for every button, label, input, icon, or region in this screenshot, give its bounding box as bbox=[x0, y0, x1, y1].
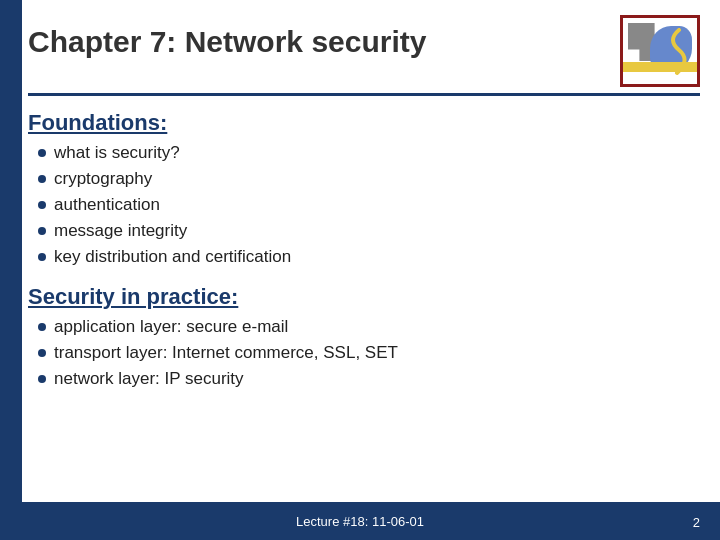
list-item: network layer: IP security bbox=[38, 366, 700, 392]
list-item: key distribution and certification bbox=[38, 244, 700, 270]
item-text: key distribution and certification bbox=[54, 247, 700, 267]
bullet-icon bbox=[38, 201, 46, 209]
bullet-icon bbox=[38, 323, 46, 331]
bullet-icon bbox=[38, 227, 46, 235]
list-item: message integrity bbox=[38, 218, 700, 244]
list-item: authentication bbox=[38, 192, 700, 218]
slide-number: 2 bbox=[693, 515, 700, 530]
item-text: application layer: secure e-mail bbox=[54, 317, 700, 337]
item-text: cryptography bbox=[54, 169, 700, 189]
item-text: message integrity bbox=[54, 221, 700, 241]
list-item: what is security? bbox=[38, 140, 700, 166]
list-item: application layer: secure e-mail bbox=[38, 314, 700, 340]
item-text: transport layer: Internet commerce, SSL,… bbox=[54, 343, 700, 363]
security-heading: Security in practice: bbox=[28, 284, 700, 310]
slide-title: Chapter 7: Network security bbox=[28, 15, 426, 59]
lecture-label: Lecture #18: 11-06-01 bbox=[296, 514, 424, 529]
footer-bar: Lecture #18: 11-06-01 2 bbox=[0, 502, 720, 540]
bullet-icon bbox=[38, 349, 46, 357]
security-list: application layer: secure e-mail transpo… bbox=[38, 314, 700, 392]
left-bar bbox=[0, 0, 22, 540]
main-content: Chapter 7: Network security Foundations: bbox=[28, 15, 700, 540]
item-text: network layer: IP security bbox=[54, 369, 700, 389]
slide-header: Chapter 7: Network security bbox=[28, 15, 700, 96]
logo-box bbox=[620, 15, 700, 87]
list-item: cryptography bbox=[38, 166, 700, 192]
foundations-list: what is security? cryptography authentic… bbox=[38, 140, 700, 270]
bullet-icon bbox=[38, 175, 46, 183]
stripe-icon bbox=[623, 62, 697, 72]
slide: Chapter 7: Network security Foundations: bbox=[0, 0, 720, 540]
item-text: what is security? bbox=[54, 143, 700, 163]
foundations-heading: Foundations: bbox=[28, 110, 700, 136]
bullet-icon bbox=[38, 253, 46, 261]
item-text: authentication bbox=[54, 195, 700, 215]
logo-inner bbox=[623, 18, 697, 84]
list-item: transport layer: Internet commerce, SSL,… bbox=[38, 340, 700, 366]
bullet-icon bbox=[38, 149, 46, 157]
bullet-icon bbox=[38, 375, 46, 383]
